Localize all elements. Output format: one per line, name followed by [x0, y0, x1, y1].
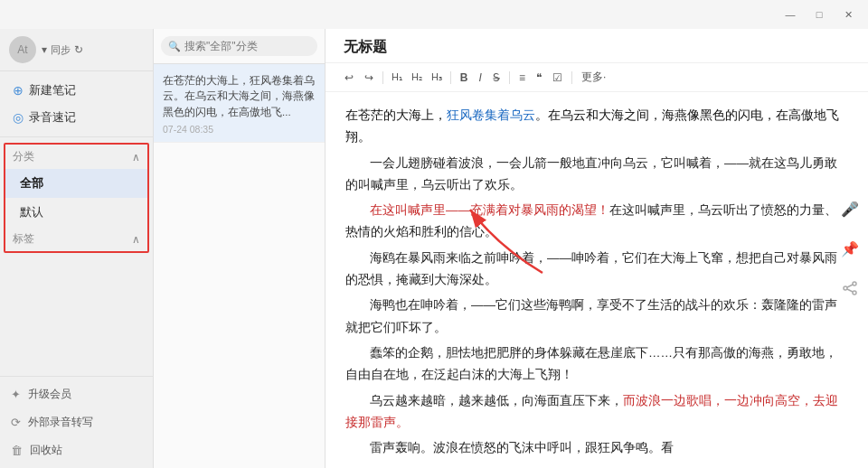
sync-area: ▾ 同步 ↻	[42, 43, 83, 57]
editor-paragraph-3: 海鸥在暴风雨来临之前呻吟着，——呻吟着，它们在大海上飞窜，想把自己对暴风雨的恐惧…	[345, 248, 848, 292]
minimize-button[interactable]: —	[778, 5, 803, 23]
editor-paragraph-0: 在苍茫的大海上，狂风卷集着乌云。在乌云和大海之间，海燕像黑色的闪电，在高傲地飞翔…	[345, 105, 848, 149]
note-list-item[interactable]: 在苍茫的大海上，狂风卷集着乌云。在乌云和大海之间，海燕像黑色的闪电，在高傲地飞.…	[154, 64, 325, 143]
editor-title-bar: 无标题	[326, 29, 868, 63]
upgrade-button[interactable]: ✦ 升级会员	[0, 380, 153, 408]
category-header[interactable]: 分类 ∧	[5, 145, 147, 169]
right-icons: 🎤 📌	[832, 187, 868, 310]
toolbar-separator-1	[382, 71, 383, 84]
editor-paragraph-5: 蠢笨的企鹅，胆怯地把肥胖的身体躲藏在悬崖底下……只有那高傲的海燕，勇敢地，自由自…	[345, 342, 848, 387]
editor-toolbar: ↩ ↪ H₁ H₂ H₃ B I S̶ ≡ ❝ ☑ 更多·	[326, 63, 868, 92]
category-section: 分类 ∧ 全部 默认 标签 ∧	[4, 143, 149, 253]
redo-button[interactable]: ↪	[360, 69, 378, 87]
share-button[interactable]	[837, 276, 863, 301]
refresh-icon[interactable]: ↻	[74, 43, 83, 56]
tags-header[interactable]: 标签 ∧	[5, 227, 147, 251]
pin-button[interactable]: 📌	[837, 236, 863, 261]
editor-paragraph-7: 雷声轰响。波浪在愤怒的飞沫中呼叫，跟狂风争鸣。看	[345, 437, 848, 459]
new-note-button[interactable]: ⊕ 新建笔记	[0, 77, 153, 104]
trash-label: 回收站	[30, 443, 62, 458]
new-note-label: 新建笔记	[29, 82, 76, 98]
titlebar: — □ ✕	[0, 0, 868, 29]
sidebar-nav: 分类 ∧ 全部 默认 标签 ∧	[0, 137, 153, 376]
chevron-down-icon: ▾	[42, 43, 47, 56]
category-label: 分类	[13, 149, 34, 164]
microphone-button[interactable]: 🎤	[837, 196, 863, 221]
svg-point-2	[853, 291, 856, 295]
toolbar-separator-2	[450, 71, 451, 84]
voice-note-label: 录音速记	[29, 109, 76, 126]
toolbar-separator-3	[509, 71, 510, 84]
trash-button[interactable]: 🗑 回收站	[0, 436, 153, 464]
search-box[interactable]: 🔍	[161, 36, 317, 56]
note-item-text: 在苍茫的大海上，狂风卷集着乌云。在乌云和大海之间，海燕像黑色的闪电，在高傲地飞.…	[163, 73, 316, 120]
upgrade-label: 升级会员	[28, 387, 71, 402]
note-item-date: 07-24 08:35	[163, 124, 316, 135]
svg-line-4	[847, 289, 853, 292]
sidebar-actions: ⊕ 新建笔记 ◎ 录音速记	[0, 71, 153, 137]
voice-note-button[interactable]: ◎ 录音速记	[0, 104, 153, 131]
h3-button[interactable]: H₃	[428, 69, 446, 86]
editor-paragraph-4: 海鸭也在呻吟着，——它们这些海鸭啊，享受不了生活的战斗的欢乐：轰隆隆的雷声就把它…	[345, 295, 848, 339]
toolbar-separator-4	[571, 71, 572, 84]
external-label: 外部录音转写	[28, 415, 93, 430]
h2-button[interactable]: H₂	[408, 69, 426, 86]
editor-paragraph-1: 一会儿翅膀碰着波浪，一会儿箭一般地直冲向乌云，它叫喊着，——就在这鸟儿勇敢的叫喊…	[345, 153, 848, 197]
avatar[interactable]: At	[9, 36, 36, 63]
record-icon: ◎	[13, 110, 24, 125]
nav-item-all[interactable]: 全部	[5, 169, 147, 198]
trash-icon: 🗑	[11, 444, 23, 457]
undo-button[interactable]: ↩	[340, 69, 358, 87]
editor-content[interactable]: 在苍茫的大海上，狂风卷集着乌云。在乌云和大海之间，海燕像黑色的闪电，在高傲地飞翔…	[326, 92, 868, 468]
editor-panel: 无标题 ↩ ↪ H₁ H₂ H₃ B I S̶ ≡ ❝ ☑ 更多· 在苍茫的大海…	[326, 29, 868, 468]
search-icon: 🔍	[168, 41, 181, 52]
plus-icon: ⊕	[13, 83, 24, 98]
tags-label: 标签	[13, 231, 34, 247]
close-button[interactable]: ✕	[835, 5, 861, 23]
nav-item-default[interactable]: 默认	[5, 198, 147, 227]
chevron-up-icon: ∧	[132, 151, 140, 164]
editor-title[interactable]: 无标题	[344, 38, 850, 57]
sidebar-bottom: ✦ 升级会员 ⟳ 外部录音转写 🗑 回收站	[0, 376, 153, 468]
quote-button[interactable]: ❝	[532, 69, 546, 87]
sidebar-top: At ▾ 同步 ↻	[0, 29, 153, 71]
editor-paragraph-2: 在这叫喊声里——充满着对暴风雨的渴望！在这叫喊声里，乌云听出了愤怒的力量、热情的…	[345, 200, 848, 244]
more-button[interactable]: 更多·	[577, 67, 610, 88]
window-controls: — □ ✕	[778, 5, 861, 23]
h1-button[interactable]: H₁	[388, 69, 406, 86]
maximize-button[interactable]: □	[807, 5, 832, 23]
checkbox-button[interactable]: ☑	[548, 69, 567, 87]
external-transcribe-button[interactable]: ⟳ 外部录音转写	[0, 408, 153, 436]
svg-line-3	[847, 285, 853, 287]
editor-paragraph-6: 乌云越来越暗，越来越低，向海面直压下来，而波浪一边歌唱，一边冲向高空，去迎接那雷…	[345, 390, 848, 435]
search-area: 🔍	[154, 29, 325, 64]
bold-button[interactable]: B	[456, 69, 473, 87]
note-list-panel: 🔍 在苍茫的大海上，狂风卷集着乌云。在乌云和大海之间，海燕像黑色的闪电，在高傲地…	[154, 29, 326, 468]
chevron-down-icon: ∧	[132, 233, 140, 246]
svg-point-1	[853, 282, 856, 285]
svg-point-0	[844, 286, 847, 290]
list-button[interactable]: ≡	[514, 69, 530, 87]
main-layout: At ▾ 同步 ↻ ⊕ 新建笔记 ◎ 录音速记 分类 ∧	[0, 29, 868, 468]
star-icon: ✦	[11, 388, 21, 401]
search-input[interactable]	[184, 40, 310, 52]
sync-label: 同步	[51, 43, 71, 57]
italic-button[interactable]: I	[475, 69, 486, 87]
strikethrough-button[interactable]: S̶	[488, 69, 505, 87]
sidebar: At ▾ 同步 ↻ ⊕ 新建笔记 ◎ 录音速记 分类 ∧	[0, 29, 154, 468]
convert-icon: ⟳	[11, 416, 21, 429]
